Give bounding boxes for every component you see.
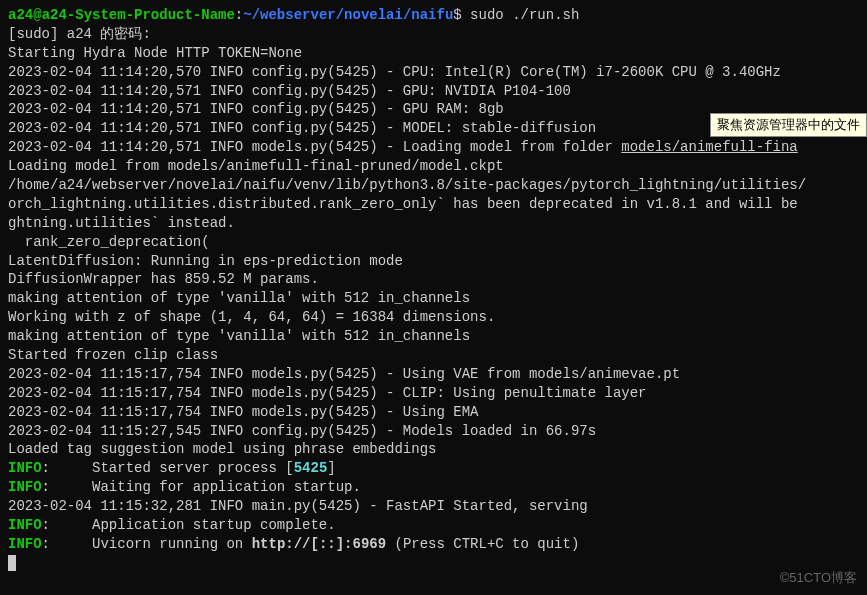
output-line: Starting Hydra Node HTTP TOKEN=None xyxy=(8,44,859,63)
info-label: INFO xyxy=(8,479,42,495)
cursor-line[interactable] xyxy=(8,554,859,573)
command-text[interactable]: sudo ./run.sh xyxy=(462,7,580,23)
output-line: 2023-02-04 11:15:27,545 INFO config.py(5… xyxy=(8,422,859,441)
watermark: ©51CTO博客 xyxy=(780,569,857,587)
output-line: ghtning.utilities` instead. xyxy=(8,214,859,233)
server-url: http://[::]:6969 xyxy=(252,536,386,552)
output-line: rank_zero_deprecation( xyxy=(8,233,859,252)
info-label: INFO xyxy=(8,536,42,552)
output-line: INFO: Waiting for application startup. xyxy=(8,478,859,497)
output-line: INFO: Uvicorn running on http://[::]:696… xyxy=(8,535,859,554)
output-line: INFO: Application startup complete. xyxy=(8,516,859,535)
info-label: INFO xyxy=(8,517,42,533)
output-line: 2023-02-04 11:14:20,570 INFO config.py(5… xyxy=(8,63,859,82)
tooltip: 聚焦资源管理器中的文件 xyxy=(710,113,867,137)
output-line: orch_lightning.utilities.distributed.ran… xyxy=(8,195,859,214)
output-line: [sudo] a24 的密码: xyxy=(8,25,859,44)
output-line: Started frozen clip class xyxy=(8,346,859,365)
info-label: INFO xyxy=(8,460,42,476)
output-line: 2023-02-04 11:14:20,571 INFO models.py(5… xyxy=(8,138,859,157)
output-line: Working with z of shape (1, 4, 64, 64) =… xyxy=(8,308,859,327)
prompt-path: ~/webserver/novelai/naifu xyxy=(243,7,453,23)
output-line: 2023-02-04 11:15:17,754 INFO models.py(5… xyxy=(8,365,859,384)
output-line: Loaded tag suggestion model using phrase… xyxy=(8,440,859,459)
output-line: making attention of type 'vanilla' with … xyxy=(8,289,859,308)
output-line: 2023-02-04 11:14:20,571 INFO config.py(5… xyxy=(8,82,859,101)
output-line: /home/a24/webserver/novelai/naifu/venv/l… xyxy=(8,176,859,195)
output-line: 2023-02-04 11:15:32,281 INFO main.py(542… xyxy=(8,497,859,516)
output-line: Loading model from models/animefull-fina… xyxy=(8,157,859,176)
output-line: DiffusionWrapper has 859.52 M params. xyxy=(8,270,859,289)
model-path-link[interactable]: models/animefull-fina xyxy=(621,139,797,155)
prompt-user: a24 xyxy=(8,7,33,23)
process-id: 5425 xyxy=(294,460,328,476)
output-line: LatentDiffusion: Running in eps-predicti… xyxy=(8,252,859,271)
output-line: 2023-02-04 11:15:17,754 INFO models.py(5… xyxy=(8,384,859,403)
output-line: 2023-02-04 11:15:17,754 INFO models.py(5… xyxy=(8,403,859,422)
cursor-icon xyxy=(8,555,16,571)
prompt-line: a24@a24-System-Product-Name:~/webserver/… xyxy=(8,6,859,25)
output-line: INFO: Started server process [5425] xyxy=(8,459,859,478)
prompt-host: a24-System-Product-Name xyxy=(42,7,235,23)
output-line: making attention of type 'vanilla' with … xyxy=(8,327,859,346)
